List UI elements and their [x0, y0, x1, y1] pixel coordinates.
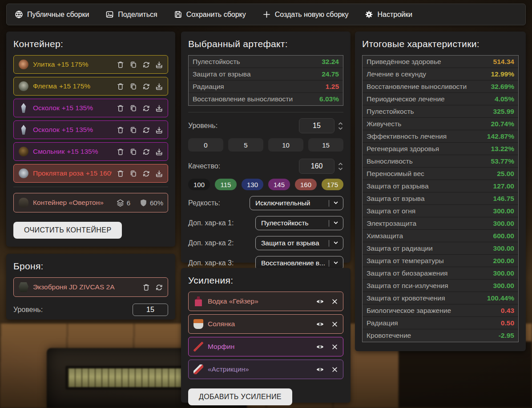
add-boost-button[interactable]: ДОБАВИТЬ УСИЛЕНИЕ	[188, 388, 292, 405]
stat-row: Защита от огня300.00	[363, 205, 518, 217]
import-icon[interactable]	[155, 104, 163, 112]
import-icon[interactable]	[155, 169, 163, 178]
toolbar-button-new-build[interactable]: Создать новую сборку	[262, 10, 349, 19]
quality-option-button[interactable]: 160	[295, 179, 317, 190]
quality-option-button[interactable]: 100	[188, 179, 210, 190]
extra-stat-1-select[interactable]: Пулестойкость	[255, 216, 343, 230]
shard-artifact-icon	[19, 103, 28, 113]
quality-option-button[interactable]: 145	[268, 179, 290, 190]
import-icon[interactable]	[155, 126, 163, 134]
resin-artifact-icon	[19, 147, 28, 156]
level-input[interactable]: 15	[299, 118, 335, 133]
quality-option-button[interactable]: 115	[215, 179, 237, 190]
delete-icon[interactable]	[116, 60, 125, 69]
row-actions	[116, 60, 163, 69]
artifact-row[interactable]: Осколок+15 135%	[13, 120, 168, 139]
level-option-button[interactable]: 15	[308, 138, 343, 152]
stat-row: Выносливость53.77%	[363, 155, 518, 168]
artifact-row[interactable]: Осколок+15 135%	[13, 99, 168, 117]
artifact-row[interactable]: Улитка+15 175%	[13, 55, 168, 74]
chevron-up-icon[interactable]	[338, 162, 343, 166]
armor-level-input[interactable]: 15	[133, 304, 168, 316]
level-option-button[interactable]: 10	[268, 138, 303, 152]
quality-option-button[interactable]: 175	[322, 179, 343, 190]
import-icon[interactable]	[155, 148, 163, 156]
close-icon[interactable]	[331, 298, 339, 305]
container-name: Контейнер «Овертон»	[33, 199, 112, 207]
boost-row[interactable]: «Астрикцин»	[188, 360, 343, 379]
container-item[interactable]: Контейнер «Овертон» 6 60%	[13, 193, 168, 212]
delete-icon[interactable]	[142, 283, 150, 292]
replace-icon[interactable]	[142, 82, 150, 91]
chevron-down-icon[interactable]	[338, 167, 343, 171]
quality-input[interactable]: 160	[299, 159, 335, 174]
replace-icon[interactable]	[142, 60, 150, 69]
row-actions	[116, 82, 163, 91]
rose-artifact-icon	[19, 168, 28, 178]
stat-row: Восстановление выносливости32.69%	[363, 80, 518, 93]
import-icon[interactable]	[155, 60, 163, 69]
stat-row: Приведённое здоровье514.34	[363, 56, 518, 68]
stat-row: Живучесть20.74%	[363, 118, 518, 130]
replace-icon[interactable]	[142, 169, 150, 178]
copy-icon[interactable]	[129, 60, 137, 69]
eye-icon[interactable]	[316, 297, 324, 306]
eye-icon[interactable]	[316, 365, 324, 374]
select-separator	[329, 200, 329, 207]
extra-stat-2-select[interactable]: Защита от взрыва	[255, 236, 343, 250]
armor-item[interactable]: Экзоброня JD ZIVCAS 2A	[13, 277, 168, 297]
artifact-row[interactable]: Флегма+15 175%	[13, 77, 168, 96]
rarity-select[interactable]: Исключительный	[250, 196, 343, 210]
toolbar-button-share[interactable]: Поделиться	[105, 10, 157, 19]
copy-icon[interactable]	[129, 82, 137, 91]
armor-level-row: Уровень: 15	[13, 304, 168, 316]
totals-panel: Итоговые характеристики: Приведённое здо…	[355, 32, 526, 351]
container-protection: 60%	[139, 199, 163, 207]
boost-row[interactable]: Морфин	[188, 337, 343, 356]
copy-icon[interactable]	[129, 148, 137, 156]
stat-row: Кровотечение-2.95	[363, 329, 518, 342]
delete-icon[interactable]	[116, 169, 125, 178]
close-icon[interactable]	[331, 320, 339, 328]
delete-icon[interactable]	[116, 104, 125, 112]
import-icon[interactable]	[155, 82, 163, 91]
delete-icon[interactable]	[116, 126, 125, 134]
armor-name: Экзоброня JD ZIVCAS 2A	[33, 283, 137, 291]
row-actions	[142, 283, 163, 292]
level-option-button[interactable]: 0	[188, 138, 223, 152]
chevron-down-icon[interactable]	[338, 127, 343, 130]
quality-control-row: Качество: 160	[188, 159, 343, 174]
stat-row: Радиация0.50	[363, 317, 518, 329]
boost-row[interactable]: Солянка	[188, 314, 343, 334]
chevron-up-icon[interactable]	[338, 122, 343, 125]
toolbar-label: Поделиться	[118, 11, 157, 19]
replace-icon[interactable]	[155, 283, 163, 292]
copy-icon[interactable]	[129, 169, 137, 178]
selected-artifact-panel: Выбранный артефакт: Пулестойкость32.24 З…	[181, 32, 351, 263]
close-icon[interactable]	[331, 366, 339, 373]
artifact-row[interactable]: Смольник+15 135%	[13, 142, 168, 161]
level-option-button[interactable]: 5	[228, 138, 263, 152]
boost-row[interactable]: Водка «Гейзер»	[188, 292, 343, 311]
extra-stat-2-label: Доп. хар-ка 2:	[188, 239, 234, 247]
delete-icon[interactable]	[116, 82, 125, 91]
toolbar-button-settings[interactable]: Настройки	[365, 10, 412, 19]
select-separator	[329, 220, 329, 227]
rarity-row: Редкость: Исключительный	[188, 196, 343, 210]
artifact-row-selected[interactable]: Проклятая роза+15 160%	[13, 164, 168, 183]
eye-icon[interactable]	[316, 343, 324, 351]
toolbar-button-save-build[interactable]: Сохранить сборку	[174, 10, 246, 19]
clear-container-button[interactable]: ОЧИСТИТЬ КОНТЕЙНЕР	[13, 222, 122, 239]
copy-icon[interactable]	[129, 126, 137, 134]
delete-icon[interactable]	[116, 148, 125, 156]
replace-icon[interactable]	[142, 126, 150, 134]
stat-row: Защита от разрыва127.00	[363, 180, 518, 192]
replace-icon[interactable]	[142, 104, 150, 112]
armor-panel: Броня: Экзоброня JD ZIVCAS 2A Уровень: 1…	[6, 254, 175, 320]
toolbar-button-public-builds[interactable]: Публичные сборки	[15, 10, 89, 19]
replace-icon[interactable]	[142, 148, 150, 156]
close-icon[interactable]	[331, 343, 339, 351]
eye-icon[interactable]	[316, 320, 324, 328]
copy-icon[interactable]	[129, 104, 137, 112]
quality-option-button[interactable]: 130	[242, 179, 263, 190]
